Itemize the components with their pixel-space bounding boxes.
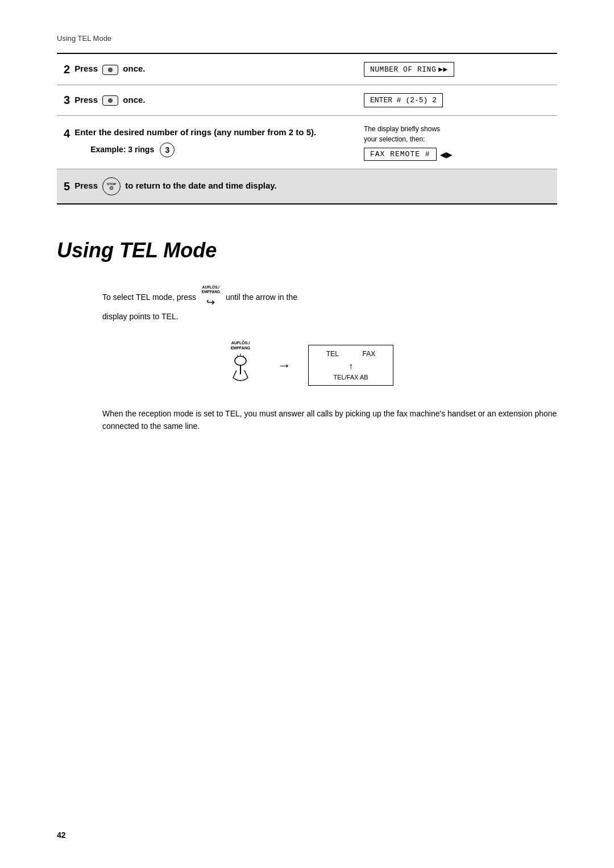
step-5-text: Press STOP ⊙ to return to the date and t… xyxy=(74,177,277,195)
tel-mode-display: TEL FAX ↑ TEL/FAX AB xyxy=(308,345,393,386)
example-line: Example: 3 rings 3 xyxy=(90,143,316,157)
step-5-cell: 5 Press STOP ⊙ to return to the date and… xyxy=(57,169,557,205)
svg-point-0 xyxy=(235,356,246,365)
step-2-number: 2 xyxy=(64,63,70,76)
stop-circle: ⊙ xyxy=(109,186,114,191)
auflos-diagram-label: AUFLÖS./EMPFANG xyxy=(231,340,251,350)
tel-fax-row: TEL FAX xyxy=(314,350,387,358)
intro-text-before: To select TEL mode, press xyxy=(102,293,196,302)
intro-text-after: until the arrow in the xyxy=(226,293,297,302)
breadcrumb: Using TEL Mode xyxy=(57,34,557,43)
step-3-number: 3 xyxy=(64,94,70,107)
fax-remote-arrows: ◀▶ xyxy=(440,150,453,159)
stop-button-icon[interactable]: STOP ⊙ xyxy=(102,177,121,195)
page: Using TEL Mode 2 Press once. xyxy=(0,0,614,868)
enter-display: ENTER # (2-5) 2 xyxy=(364,93,443,107)
step-4-text: Enter the desired number of rings (any n… xyxy=(74,127,316,137)
intro-paragraph: To select TEL mode, press AUFLÖS./EMPFAN… xyxy=(102,285,557,323)
ring-badge: 3 xyxy=(160,143,175,157)
auflos-arrow-inline[interactable]: ↩ xyxy=(206,294,215,311)
tel-label: TEL xyxy=(326,350,339,358)
instruction-table: 2 Press once. NUMBER OF RING ▶▶ xyxy=(57,53,557,205)
section-title: Using TEL Mode xyxy=(57,239,557,262)
fax-label: FAX xyxy=(362,350,375,358)
tel-fax-ab-label: TEL/FAX AB xyxy=(314,374,387,381)
auflos-button-diagram: AUFLÖS./EMPFANG xyxy=(221,340,260,390)
step-4-number: 4 xyxy=(64,127,70,140)
svg-line-3 xyxy=(244,370,248,378)
enter-display-text: ENTER # (2-5) 2 xyxy=(370,96,437,105)
diagram-area: AUFLÖS./EMPFANG → TEL FAX ↑ xyxy=(57,340,557,390)
step-3-display: ENTER # (2-5) 2 xyxy=(357,85,557,116)
menu-button-icon-2[interactable] xyxy=(102,95,118,106)
step-4-display: The display briefly showsyour selection,… xyxy=(357,116,557,169)
step-2-display: NUMBER OF RING ▶▶ xyxy=(357,53,557,85)
step-2-text: Press once. xyxy=(74,64,145,74)
auflos-label-inline: AUFLÖS./EMPFANG xyxy=(202,285,220,294)
number-of-ring-display: NUMBER OF RING ▶▶ xyxy=(364,62,454,77)
step-3-text: Press once. xyxy=(74,95,145,106)
arrow-up-indicator: ↑ xyxy=(314,361,387,372)
intro-text-line2: display points to TEL. xyxy=(102,312,179,321)
number-ring-text: NUMBER OF RING xyxy=(370,65,436,74)
fax-remote-row: FAX REMOTE # ◀▶ xyxy=(364,148,550,161)
step-4-cell: 4 Enter the desired number of rings (any… xyxy=(57,116,357,169)
body-paragraph: When the reception mode is set to TEL, y… xyxy=(102,407,557,433)
step-2-cell: 2 Press once. xyxy=(57,53,357,85)
diagram-arrow: → xyxy=(277,357,291,373)
step-3-cell: 3 Press once. xyxy=(57,85,357,116)
example-label: Example: 3 rings xyxy=(90,145,154,154)
svg-line-2 xyxy=(233,370,237,378)
menu-button-icon[interactable] xyxy=(102,65,118,75)
table-row: 2 Press once. NUMBER OF RING ▶▶ xyxy=(57,53,557,85)
page-number: 42 xyxy=(57,831,66,840)
hand-press-icon xyxy=(221,350,260,390)
display-info-text: The display briefly showsyour selection,… xyxy=(364,124,550,144)
number-ring-arrows: ▶▶ xyxy=(438,65,448,74)
step-5-number: 5 xyxy=(64,180,70,193)
fax-remote-display: FAX REMOTE # xyxy=(364,148,437,161)
table-row: 4 Enter the desired number of rings (any… xyxy=(57,116,557,169)
table-row: 5 Press STOP ⊙ to return to the date and… xyxy=(57,169,557,205)
table-row: 3 Press once. ENTER # (2-5) 2 xyxy=(57,85,557,116)
